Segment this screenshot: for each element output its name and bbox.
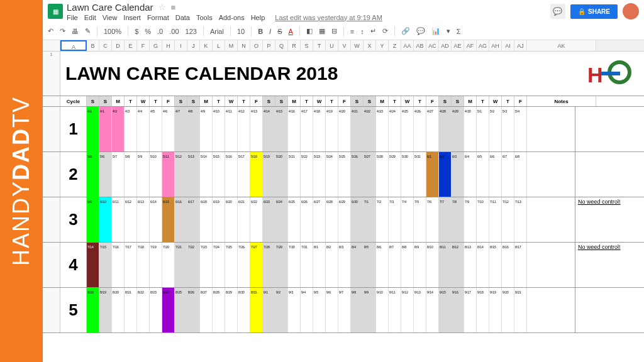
date-cell[interactable]: 6/19	[213, 197, 225, 206]
menu-format[interactable]: Format	[147, 14, 169, 21]
day-cell[interactable]	[187, 251, 200, 287]
date-cell[interactable]: 9/12	[401, 288, 414, 297]
day-cell[interactable]	[301, 161, 313, 197]
column-header[interactable]: I	[175, 40, 187, 51]
day-cell[interactable]	[452, 161, 464, 197]
date-cell[interactable]: 8/30	[238, 288, 250, 297]
column-header[interactable]: AJ	[514, 40, 527, 51]
date-cell[interactable]: 8/20	[112, 288, 125, 297]
format-button[interactable]: 123	[186, 28, 197, 35]
date-cell[interactable]: 5/14	[200, 152, 213, 161]
column-header[interactable]: F	[137, 40, 150, 51]
day-cell[interactable]	[275, 116, 288, 151]
day-cell[interactable]	[364, 251, 376, 287]
day-cell[interactable]	[238, 251, 250, 287]
day-cell[interactable]	[439, 161, 452, 197]
comment-icon[interactable]: 💬	[416, 27, 425, 35]
date-cell[interactable]: 4/11	[225, 107, 238, 116]
date-cell[interactable]: 7/20	[162, 243, 175, 251]
day-cell[interactable]	[502, 161, 514, 197]
date-cell[interactable]: 7/22	[187, 243, 200, 251]
day-cell[interactable]	[477, 116, 489, 151]
day-cell[interactable]	[275, 297, 288, 332]
font-select[interactable]: Arial	[210, 28, 224, 35]
date-cell[interactable]: 6/11	[112, 197, 125, 206]
day-cell[interactable]	[137, 116, 150, 151]
functions-icon[interactable]: Σ	[457, 28, 461, 35]
date-cell[interactable]: 8/8	[401, 243, 414, 251]
day-cell[interactable]	[137, 161, 150, 197]
day-cell[interactable]	[175, 206, 187, 242]
day-cell[interactable]	[364, 297, 376, 332]
day-cell[interactable]	[326, 297, 338, 332]
date-cell[interactable]: 4/10	[213, 107, 225, 116]
day-cell[interactable]	[477, 297, 489, 332]
dec-more-button[interactable]: .00	[169, 28, 179, 35]
date-cell[interactable]: 4/19	[326, 107, 338, 116]
date-cell[interactable]: 5/31	[414, 152, 426, 161]
text-color-button[interactable]: A	[289, 28, 293, 35]
day-cell[interactable]	[489, 251, 502, 287]
date-cell[interactable]: 4/7	[175, 107, 187, 116]
date-cell[interactable]: 7/25	[225, 243, 238, 251]
column-header[interactable]: AB	[414, 40, 426, 51]
share-button[interactable]: 🔒 SHARE	[570, 4, 618, 19]
day-cell[interactable]	[99, 297, 112, 332]
day-cell[interactable]	[514, 206, 527, 242]
day-cell[interactable]	[376, 297, 389, 332]
column-header[interactable]: D	[112, 40, 125, 51]
day-cell[interactable]	[502, 116, 514, 151]
notes-cell[interactable]: No weed control!	[575, 243, 644, 287]
merge-icon[interactable]: ⊟	[331, 27, 337, 35]
day-cell[interactable]	[351, 251, 364, 287]
date-cell[interactable]: 4/24	[389, 107, 401, 116]
day-cell[interactable]	[213, 161, 225, 197]
date-cell[interactable]: 4/27	[426, 107, 439, 116]
column-header[interactable]: B	[87, 40, 99, 51]
day-cell[interactable]	[275, 251, 288, 287]
day-cell[interactable]	[263, 251, 275, 287]
date-cell[interactable]: 4/1	[99, 107, 112, 116]
date-cell[interactable]: 6/24	[275, 197, 288, 206]
date-cell[interactable]: 6/23	[263, 197, 275, 206]
day-cell[interactable]	[376, 251, 389, 287]
day-cell[interactable]	[452, 297, 464, 332]
day-cell[interactable]	[112, 116, 125, 151]
date-cell[interactable]: 8/4	[351, 243, 364, 251]
date-cell[interactable]: 7/30	[288, 243, 301, 251]
date-cell[interactable]: 7/24	[213, 243, 225, 251]
day-cell[interactable]	[162, 206, 175, 242]
day-cell[interactable]	[99, 251, 112, 287]
date-cell[interactable]: 9/14	[426, 288, 439, 297]
day-cell[interactable]	[351, 206, 364, 242]
date-cell[interactable]: 9/16	[452, 288, 464, 297]
day-cell[interactable]	[225, 116, 238, 151]
date-cell[interactable]: 6/27	[313, 197, 326, 206]
date-cell[interactable]: 7/11	[489, 197, 502, 206]
date-cell[interactable]: 4/23	[376, 107, 389, 116]
date-cell[interactable]: 5/10	[150, 152, 162, 161]
date-cell[interactable]: 5/21	[288, 152, 301, 161]
zoom-select[interactable]: 100%	[104, 28, 121, 35]
sheets-logo-icon[interactable]: ▦	[48, 4, 63, 19]
day-cell[interactable]	[288, 206, 301, 242]
date-cell[interactable]: 7/26	[238, 243, 250, 251]
day-cell[interactable]	[150, 161, 162, 197]
date-cell[interactable]: 9/8	[351, 288, 364, 297]
day-cell[interactable]	[137, 297, 150, 332]
day-cell[interactable]	[338, 161, 351, 197]
date-cell[interactable]: 8/29	[225, 288, 238, 297]
notes-cell[interactable]	[575, 152, 644, 197]
chart-icon[interactable]: 📊	[431, 27, 440, 35]
date-cell[interactable]: 5/18	[250, 152, 263, 161]
percent-button[interactable]: %	[145, 28, 151, 35]
notes-cell[interactable]	[575, 107, 644, 151]
date-cell[interactable]: 4/29	[452, 107, 464, 116]
valign-icon[interactable]: ↕	[360, 28, 364, 35]
day-cell[interactable]	[464, 297, 477, 332]
column-header[interactable]: X	[364, 40, 376, 51]
date-cell[interactable]: 9/11	[389, 288, 401, 297]
day-cell[interactable]	[263, 161, 275, 197]
undo-icon[interactable]: ↶	[48, 27, 53, 35]
date-cell[interactable]: 5/5	[87, 152, 99, 161]
